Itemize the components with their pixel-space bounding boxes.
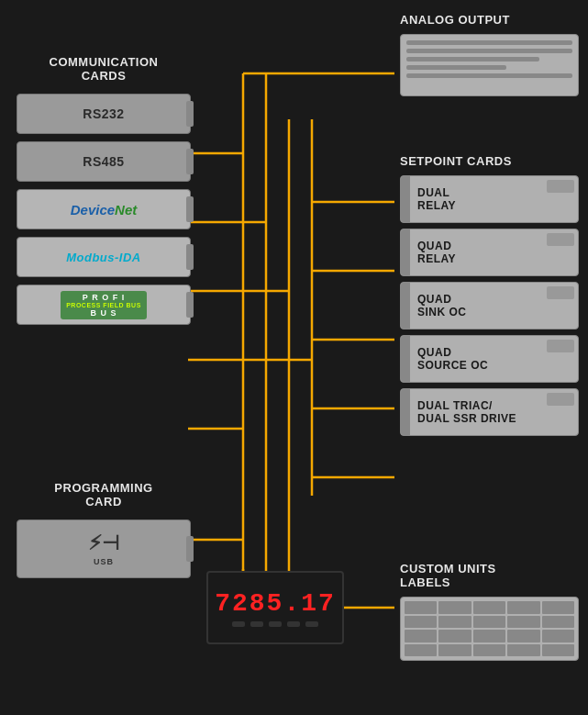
usb-label: USB: [94, 557, 114, 566]
grid-cell: [473, 630, 505, 642]
analog-output-title: ANALOG OUTPUT: [400, 13, 579, 27]
analog-lines: [401, 35, 578, 84]
grid-cell: [507, 601, 539, 614]
comm-cards-title: COMMUNICATIONCARDS: [17, 55, 191, 83]
display-dot-1: [232, 621, 245, 627]
grid-cell: [507, 644, 539, 657]
grid-cell: [438, 644, 471, 657]
dual-relay-mini: [547, 180, 574, 193]
dual-triac-card: DUAL TRIAC/DUAL SSR DRIVE: [400, 388, 579, 436]
devicenet-label-blue: Device: [71, 202, 115, 218]
diagram-container: COMMUNICATIONCARDS RS232 RS485 DeviceNet…: [0, 0, 588, 715]
analog-line-1: [406, 40, 572, 45]
grid-cell: [473, 601, 505, 614]
custom-units-section: CUSTOM UNITSLABELS: [400, 562, 579, 661]
grid-cell: [405, 616, 437, 629]
analog-line-3: [406, 57, 539, 61]
setpoint-cards-title: SETPOINT CARDS: [400, 154, 579, 168]
profibus-card: P R O F I PROCESS FIELD BUS B U S: [17, 285, 191, 325]
modbus-label: Modbus-IDA: [66, 251, 141, 264]
grid-cell: [473, 644, 505, 657]
profibus-line2: PROCESS FIELD BUS: [66, 302, 141, 308]
devicenet-card: DeviceNet: [17, 189, 191, 229]
grid-cell: [507, 630, 539, 642]
prog-card-title: PROGRAMMINGCARD: [17, 481, 191, 508]
communication-cards-section: COMMUNICATIONCARDS RS232 RS485 DeviceNet…: [17, 55, 191, 332]
center-display: 7285.17: [206, 571, 344, 644]
rs485-label: RS485: [83, 154, 124, 169]
quad-source-mini: [547, 340, 574, 352]
grid-cell: [542, 616, 574, 629]
rs485-card: RS485: [17, 141, 191, 182]
quad-sink-card: QUADSINK OC: [400, 282, 579, 330]
usb-card: ⚡︎⊣ USB: [17, 519, 191, 578]
analog-line-2: [406, 49, 572, 53]
dual-triac-mini: [547, 393, 574, 406]
dual-relay-card: DUALRELAY: [400, 175, 579, 223]
modbus-card: Modbus-IDA: [17, 237, 191, 277]
dual-relay-label: DUALRELAY: [401, 186, 456, 213]
profibus-line3: B U S: [90, 308, 116, 318]
setpoint-cards-section: SETPOINT CARDS DUALRELAY QUADRELAY QUADS…: [400, 154, 579, 441]
grid-cell: [542, 601, 574, 614]
rs232-label: RS232: [83, 106, 124, 121]
display-dot-3: [269, 621, 282, 627]
profibus-inner: P R O F I PROCESS FIELD BUS B U S: [61, 291, 147, 319]
grid-cell: [438, 616, 471, 629]
programming-card-section: PROGRAMMINGCARD ⚡︎⊣ USB: [17, 481, 191, 578]
grid-cell: [405, 630, 437, 642]
grid-cell: [438, 601, 471, 614]
grid-cell: [542, 630, 574, 642]
profibus-line1: P R O F I: [83, 293, 125, 302]
display-dots: [232, 621, 318, 627]
custom-units-title: CUSTOM UNITSLABELS: [400, 562, 579, 589]
analog-line-5: [406, 73, 572, 78]
grid-cell: [507, 616, 539, 629]
grid-cell: [405, 644, 437, 657]
display-value: 7285.17: [215, 589, 336, 618]
quad-sink-mini: [547, 286, 574, 299]
display-dot-4: [287, 621, 300, 627]
quad-relay-mini: [547, 233, 574, 246]
quad-relay-card: QUADRELAY: [400, 229, 579, 276]
quad-relay-label: QUADRELAY: [401, 240, 456, 266]
analog-output-section: ANALOG OUTPUT: [400, 13, 579, 96]
analog-output-card: [400, 34, 579, 96]
quad-sink-label: QUADSINK OC: [401, 293, 467, 319]
display-dot-2: [250, 621, 263, 627]
analog-line-4: [406, 65, 506, 70]
devicenet-label-green: Net: [115, 202, 137, 218]
quad-source-label: QUADSOURCE OC: [401, 346, 488, 373]
grid-cell: [542, 644, 574, 657]
grid-cell: [438, 630, 471, 642]
display-dot-5: [305, 621, 318, 627]
quad-source-card: QUADSOURCE OC: [400, 335, 579, 383]
grid-cell: [473, 616, 505, 629]
dual-triac-label: DUAL TRIAC/DUAL SSR DRIVE: [401, 399, 516, 426]
usb-icon: ⚡︎⊣: [88, 531, 119, 555]
grid-cell: [405, 601, 437, 614]
custom-units-grid: [400, 597, 579, 661]
rs232-card: RS232: [17, 94, 191, 134]
